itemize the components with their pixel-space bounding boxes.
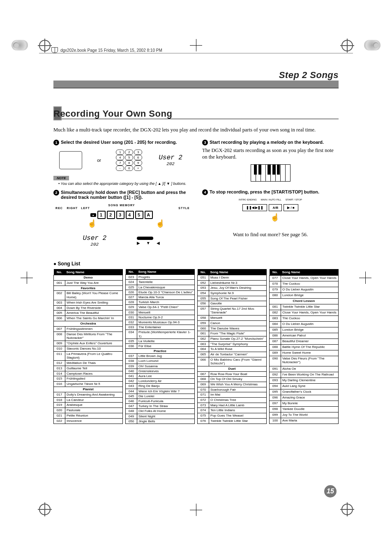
- table-row: 025La Chevaleresque: [126, 285, 195, 290]
- step-number-1-icon: 1: [53, 140, 59, 145]
- memory-sublabels: RECRIGHTLEFTSTYLE: [53, 207, 190, 210]
- table-row: 063"The Surprise" Symphony: [198, 341, 267, 347]
- table-row: 039Oh! Susanna: [126, 364, 195, 368]
- table-row: 049Silent Night: [126, 414, 195, 419]
- table-row: 012Méditation De Thais: [54, 361, 123, 366]
- table-row: 038Loch Lomond: [126, 359, 195, 364]
- table-row: 097My Bonnie: [270, 401, 339, 406]
- crop-mark: [359, 272, 371, 284]
- page-number-badge: 15: [324, 485, 337, 497]
- table-row: 053Jesu, Joy Of Man's Desiring: [198, 286, 267, 291]
- transport-buttons: ❚❚◀ ▶❚❚ A/B ▶ / ■: [202, 204, 339, 211]
- table-row: 033The Entertainer: [126, 325, 195, 330]
- table-row: 073Mary Had A Little Lamb: [198, 403, 267, 408]
- print-reg-corner: [12, 40, 28, 51]
- table-row: 087Beautiful Dreamer: [270, 339, 339, 345]
- step-number-2-icon: 2: [53, 190, 59, 196]
- memory-buttons-row: ● 1 2 3 4 5 A: [53, 211, 190, 219]
- table-row: 092I've Been Working On The Railroad: [270, 372, 339, 378]
- song-list-tables: No.Song NameDemo001Just The Way You AreF…: [53, 269, 339, 424]
- table-row: Favorites: [54, 286, 123, 291]
- step-number-3-icon: 3: [202, 140, 208, 145]
- track-1-button: 1: [97, 211, 106, 219]
- table-row: 077Close Your Hands, Open Your Hands: [270, 276, 339, 281]
- table-row: 058Menuett: [198, 315, 267, 321]
- track-indicator: ▶ ▼ ◀: [137, 237, 162, 245]
- table-row: 072O Christmas Tree: [198, 398, 267, 403]
- table-row: 021Petite Réunion: [54, 413, 123, 419]
- table-row: 085London Bridge: [270, 327, 339, 333]
- table-row: 042Londonderry Air: [126, 379, 195, 384]
- ab-button: A/B: [269, 204, 282, 211]
- intro-paragraph: Much like a multi-track tape recorder, t…: [53, 127, 339, 134]
- lcd-line1: User 2: [159, 154, 182, 161]
- table-row: 078The Cuckoo: [270, 281, 339, 287]
- table-row: 082Close Your Hands, Open Your Hands: [270, 310, 339, 316]
- crop-mark: [21, 272, 33, 284]
- table-row: Demo: [54, 275, 123, 280]
- table-row: 022Innocence: [54, 418, 123, 424]
- table-row: Orchestra: [54, 321, 123, 326]
- table-row: Chord Lesson: [270, 299, 339, 304]
- numpad-illustration: 123 456 789 -0+: [116, 150, 142, 171]
- table-row: 009"Orphée Aux Enfers" Ouverture: [54, 341, 123, 346]
- table-row: 019Arabesque: [54, 403, 123, 408]
- table-row: 055Song Of The Pearl Fisher: [198, 296, 267, 301]
- step-2-text: Simultaneously hold down the [REC] butto…: [61, 190, 190, 200]
- lcd-display: User 2 202: [157, 152, 184, 168]
- step-3-heading: 3 Start recording by playing a melody on…: [202, 140, 339, 145]
- note-badge: NOTE: [53, 176, 69, 180]
- table-row: 011La Primavera (From Le Quattro Stagion…: [54, 351, 123, 360]
- table-row: 013Guillaume Tell: [54, 366, 123, 371]
- table-row: 074Ten Little Indians: [198, 408, 267, 413]
- table-row: 083The Cuckoo: [270, 316, 339, 322]
- transport-labels: INTRO ENDING MAIN / AUTO FILL START / ST…: [202, 198, 339, 201]
- table-row: 050Jingle Bells: [126, 419, 195, 424]
- table-row: 035La Viollette: [126, 339, 195, 343]
- table-row: 075Pop Goes The Weasel: [198, 413, 267, 419]
- pause-button: ❚❚◀ ▶❚❚: [242, 204, 267, 211]
- print-registration-mark: [341, 504, 353, 515]
- hand-pointer-icon: [267, 214, 274, 223]
- table-row: 005America The Beautiful: [54, 311, 123, 316]
- table-row: 015Frühlingslied: [54, 376, 123, 382]
- table-row: 007Frühlingsstimmen: [54, 326, 123, 332]
- table-row: 086American Patrol: [270, 333, 339, 339]
- or-label: or: [97, 158, 101, 163]
- note-text: • You can also select the appropriate ca…: [53, 182, 190, 186]
- track-5-button: 5: [135, 211, 143, 219]
- table-row: 052Liebesträume Nr.3: [198, 280, 267, 286]
- table-row: 030Menuett: [126, 310, 195, 315]
- table-row: 040Greensleeves: [126, 368, 195, 373]
- table-row: 028Turkish March: [126, 300, 195, 305]
- table-row: 079O Du Lieber Augustin: [270, 287, 339, 293]
- print-registration-mark: [341, 40, 353, 51]
- table-row: 088Battle Hymn Of The Republic: [270, 345, 339, 350]
- book-icon: [51, 47, 58, 53]
- step-number-4-icon: 4: [202, 189, 208, 195]
- table-row: 017Dolly's Dreaming And Awakening: [54, 392, 123, 397]
- table-row: 076Twinkle Twinkle Little Star: [198, 418, 267, 424]
- step-4-text: To stop recording, press the [START/STOP…: [210, 189, 319, 194]
- song-table: No.Song Name051Muss I Denn052Liebesträum…: [197, 269, 267, 424]
- table-row: 018La Candeur: [54, 397, 123, 403]
- print-reg-corner: [364, 40, 380, 51]
- keyboard-illustration: [202, 164, 339, 182]
- table-row: 046Funiculi-Funicula: [126, 398, 195, 403]
- table-row: 044Wenn Ich Ein Vöglein Wär ?: [126, 389, 195, 394]
- table-row: 096Amazing Grace: [270, 395, 339, 401]
- table-row: Pianist: [54, 387, 123, 392]
- table-row: 037Little Brown Jug: [126, 354, 195, 359]
- print-registration-mark: [39, 40, 51, 51]
- rec-button: ●: [90, 213, 96, 217]
- step-1-heading: 1 Select the desired User song (201 - 20…: [53, 140, 190, 145]
- table-row: 004Down By The Riverside: [54, 305, 123, 311]
- crop-mark: [190, 39, 202, 51]
- table-row: 099Joy To The World: [270, 412, 339, 418]
- table-row: 020Pastorale: [54, 408, 123, 413]
- table-row: 071Im Mai: [198, 392, 267, 398]
- table-row: 100Ave Maria: [270, 418, 339, 424]
- table-row: 061From "The Magic Flute": [198, 331, 267, 336]
- table-row: 016Ungarische Tänze Nr.5: [54, 382, 123, 387]
- find-out-more: Want to find out more? See page 56.: [202, 232, 339, 238]
